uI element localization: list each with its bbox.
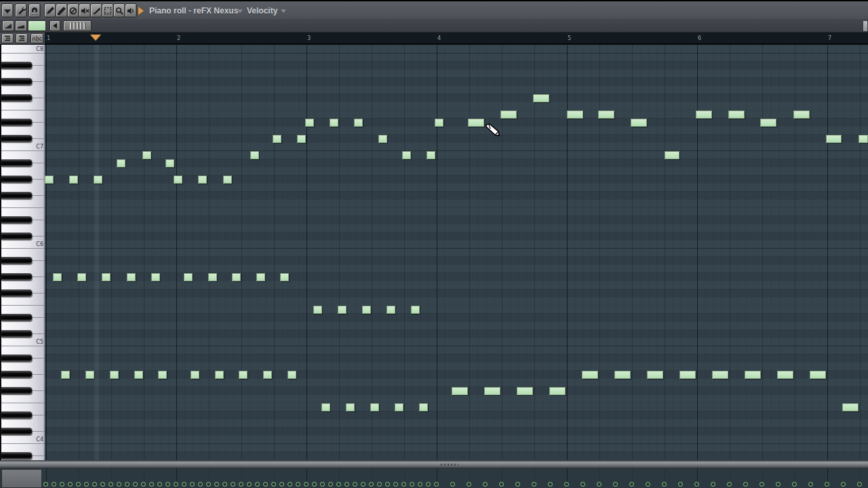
- midi-note[interactable]: [500, 110, 517, 119]
- midi-note[interactable]: [395, 403, 403, 411]
- midi-note[interactable]: [208, 273, 217, 281]
- midi-note[interactable]: [427, 151, 435, 159]
- velocity-marker[interactable]: [776, 482, 781, 487]
- velocity-marker[interactable]: [646, 482, 650, 487]
- midi-note[interactable]: [419, 403, 428, 411]
- velocity-marker[interactable]: [214, 482, 219, 487]
- velocity-marker[interactable]: [629, 482, 634, 487]
- piano-key-black[interactable]: [1, 314, 32, 321]
- velocity-marker[interactable]: [825, 482, 829, 487]
- midi-note[interactable]: [127, 273, 136, 281]
- midi-note[interactable]: [517, 387, 533, 395]
- midi-note[interactable]: [728, 110, 745, 119]
- magnet-button[interactable]: [28, 3, 41, 18]
- midi-note[interactable]: [793, 110, 810, 119]
- midi-note[interactable]: [631, 119, 647, 127]
- velocity-marker[interactable]: [483, 482, 488, 487]
- midi-note[interactable]: [435, 119, 443, 127]
- velocity-marker[interactable]: [385, 482, 390, 487]
- midi-note[interactable]: [567, 110, 583, 119]
- velocity-marker[interactable]: [117, 482, 121, 487]
- velocity-marker[interactable]: [190, 482, 195, 487]
- velocity-marker[interactable]: [125, 482, 130, 487]
- midi-note[interactable]: [134, 371, 143, 379]
- select-button[interactable]: [102, 3, 114, 18]
- midi-note[interactable]: [842, 403, 859, 411]
- velocity-marker[interactable]: [564, 482, 569, 487]
- velocity-marker[interactable]: [149, 482, 154, 487]
- midi-note[interactable]: [346, 403, 355, 411]
- midi-note[interactable]: [338, 306, 347, 314]
- piano-key-black[interactable]: [1, 192, 32, 199]
- midi-note[interactable]: [452, 387, 468, 395]
- midi-note[interactable]: [370, 403, 379, 411]
- velocity-marker[interactable]: [141, 482, 146, 487]
- midi-note[interactable]: [250, 151, 259, 159]
- scrollbar-nub[interactable]: [863, 20, 868, 32]
- midi-note[interactable]: [142, 151, 151, 159]
- velocity-marker[interactable]: [157, 482, 162, 487]
- midi-note[interactable]: [85, 371, 94, 379]
- velocity-marker[interactable]: [255, 482, 260, 487]
- velocity-marker[interactable]: [418, 482, 422, 487]
- midi-note[interactable]: [484, 387, 500, 395]
- brush-button[interactable]: [56, 3, 68, 18]
- piano-key-black[interactable]: [1, 176, 32, 183]
- velocity-marker[interactable]: [532, 482, 536, 487]
- piano-key-black[interactable]: [1, 428, 32, 435]
- velocity-marker[interactable]: [401, 482, 406, 487]
- midi-note[interactable]: [826, 135, 842, 143]
- piano-key-black[interactable]: [1, 330, 32, 338]
- midi-note[interactable]: [582, 371, 598, 379]
- velocity-marker[interactable]: [369, 482, 374, 487]
- velocity-lane[interactable]: [0, 468, 868, 488]
- piano-key-black[interactable]: [1, 354, 32, 362]
- velocity-marker[interactable]: [613, 482, 618, 487]
- midi-note[interactable]: [297, 135, 306, 143]
- zoom-button[interactable]: [113, 3, 125, 18]
- velocity-marker[interactable]: [100, 482, 105, 487]
- midi-note[interactable]: [184, 273, 193, 281]
- velocity-marker[interactable]: [52, 482, 56, 487]
- midi-note[interactable]: [696, 110, 712, 119]
- piano-key-black[interactable]: [1, 119, 32, 126]
- velocity-marker[interactable]: [410, 482, 414, 487]
- panel-arrow-icon[interactable]: [138, 7, 144, 15]
- velocity-selector[interactable]: Velocity: [247, 6, 277, 16]
- midi-note[interactable]: [53, 273, 62, 281]
- midi-note[interactable]: [110, 371, 119, 379]
- velocity-marker[interactable]: [760, 482, 764, 487]
- velocity-marker[interactable]: [467, 482, 471, 487]
- velocity-marker[interactable]: [133, 482, 138, 487]
- title-dropdown-icon[interactable]: [237, 9, 243, 13]
- panel-splitter[interactable]: [0, 460, 868, 468]
- velocity-marker[interactable]: [108, 482, 113, 487]
- midi-note[interactable]: [614, 371, 631, 379]
- midi-note[interactable]: [760, 119, 776, 127]
- midi-note[interactable]: [549, 387, 566, 395]
- velocity-marker[interactable]: [711, 482, 715, 487]
- piano-key-black[interactable]: [1, 452, 32, 460]
- slide-icon[interactable]: [2, 20, 14, 31]
- portamento-icon[interactable]: [15, 20, 27, 31]
- pencil-button[interactable]: [44, 3, 56, 18]
- midi-note[interactable]: [378, 135, 387, 143]
- velocity-marker[interactable]: [231, 482, 235, 487]
- playback-button[interactable]: [125, 3, 137, 18]
- midi-note[interactable]: [313, 306, 322, 314]
- piano-key-black[interactable]: [1, 232, 32, 240]
- midi-note[interactable]: [263, 371, 272, 379]
- midi-note[interactable]: [354, 119, 363, 127]
- midi-note[interactable]: [305, 119, 314, 127]
- prev-arrow-icon[interactable]: [50, 20, 60, 31]
- midi-note[interactable]: [223, 176, 232, 184]
- velocity-marker[interactable]: [304, 482, 309, 487]
- midi-note[interactable]: [151, 273, 160, 281]
- velocity-marker[interactable]: [548, 482, 553, 487]
- velocity-dropdown-icon[interactable]: [281, 9, 286, 13]
- key-list-icon[interactable]: [1, 33, 14, 43]
- midi-note[interactable]: [330, 119, 338, 127]
- midi-note[interactable]: [158, 371, 167, 379]
- midi-note[interactable]: [239, 371, 248, 379]
- velocity-marker[interactable]: [597, 482, 601, 487]
